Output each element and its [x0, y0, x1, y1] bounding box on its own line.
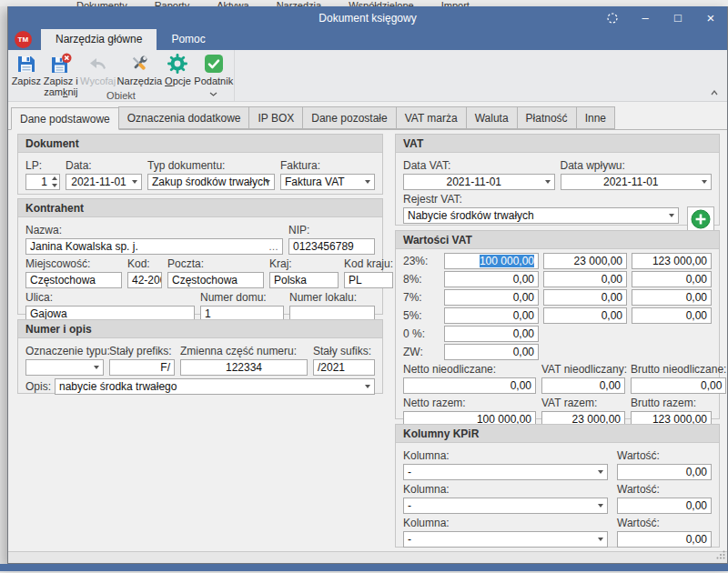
- group-wartosci-vat: Wartości VAT 23%: 100 000,00 23 000,00 1…: [395, 230, 720, 419]
- options-gear-icon: [167, 53, 188, 75]
- kpir-value-field[interactable]: 0,00: [617, 498, 712, 514]
- tools-wrench-icon: [128, 53, 150, 75]
- vat-rate-row: 0 %: 0,00: [403, 326, 712, 342]
- kpir-value-field[interactable]: 0,00: [617, 531, 712, 548]
- group-kontrahent: Kontrahent Nazwa: Janina Kowalska sp. j.…: [17, 198, 383, 315]
- vat-8-net-field[interactable]: 0,00: [444, 271, 539, 287]
- titlebar[interactable]: Dokument księgowy – □ ×: [8, 6, 727, 29]
- tools-button[interactable]: Narzędzia: [116, 52, 162, 86]
- save-button[interactable]: Zapisz: [10, 52, 43, 86]
- postal-code-field[interactable]: 42-200: [127, 272, 162, 288]
- city-field[interactable]: Częstochowa: [25, 272, 122, 288]
- vat-8-gross-field[interactable]: 0,00: [632, 271, 712, 287]
- country-code-field[interactable]: PL: [344, 272, 393, 288]
- ribbon-collapse-button[interactable]: [708, 87, 721, 98]
- group-vat: VAT Data VAT: 2021-11-01 Data wpływu: 20…: [395, 134, 720, 226]
- spinner-arrows-icon[interactable]: [52, 176, 57, 187]
- document-dialog: Dokument księgowy – □ × TM Narzędzia głó…: [7, 6, 728, 564]
- suffix-field[interactable]: /2021: [313, 359, 375, 376]
- tab-oznaczenia-dodatkowe[interactable]: Oznaczenia dodatkowe: [118, 106, 250, 129]
- vat-nondeductible-field[interactable]: 0,00: [541, 377, 625, 394]
- group-header: VAT: [396, 135, 719, 153]
- kpir-value-field[interactable]: 0,00: [617, 464, 712, 480]
- gross-nondeductible-field[interactable]: 0,00: [631, 377, 726, 394]
- dropdown-arrow-icon: [365, 180, 370, 184]
- vat-rate-row: 8%: 0,00 0,00 0,00: [403, 271, 712, 287]
- vat-date-select[interactable]: 2021-11-01: [403, 174, 555, 190]
- vat-rate-row: 5%: 0,00 0,00 0,00: [403, 307, 712, 324]
- undo-button[interactable]: Wycofaj: [79, 52, 116, 86]
- ribbon-tab-help[interactable]: Pomoc: [157, 29, 219, 50]
- tab-dane-pozostale[interactable]: Dane pozostałe: [302, 106, 396, 129]
- dropdown-arrow-icon: [132, 180, 137, 184]
- document-type-select[interactable]: Zakup środków trwałych: [147, 174, 275, 190]
- kpir-row: Kolumna: - Wartość: 0,00: [403, 482, 712, 514]
- ribbon-group-object: Zapisz Zapisz izamknij Wycofaj: [8, 50, 235, 101]
- dropdown-arrow-icon: [669, 214, 674, 217]
- ribbon-tab-row: TM Narzędzia główne Pomoc: [8, 29, 727, 50]
- undo-icon: [87, 53, 109, 75]
- nip-field[interactable]: 0123456789: [288, 238, 375, 255]
- tab-dane-podstawowe[interactable]: Dane podstawowe: [11, 107, 119, 130]
- tab-inne[interactable]: Inne: [576, 106, 615, 129]
- kpir-column-select[interactable]: -: [403, 464, 608, 480]
- dropdown-arrow-icon: [598, 470, 603, 474]
- maximize-button[interactable]: □: [662, 6, 694, 29]
- dropdown-arrow-icon: [94, 366, 99, 369]
- ribbon: Zapisz Zapisz izamknij Wycofaj: [8, 50, 727, 102]
- vat-23-gross-field[interactable]: 123 000,00: [632, 253, 712, 269]
- vat-23-vat-field[interactable]: 23 000,00: [543, 253, 627, 269]
- resize-grip[interactable]: [716, 549, 725, 562]
- page-tabstrip: Dane podstawowe Oznaczenia dodatkowe IP …: [8, 102, 727, 130]
- vat-register-select[interactable]: Nabycie środków trwałych: [403, 207, 679, 224]
- vat-rate-row: ZW: 0,00: [403, 344, 712, 360]
- tab-waluta[interactable]: Waluta: [466, 106, 518, 129]
- group-header: Dokument: [18, 135, 382, 153]
- tab-ip-box[interactable]: IP BOX: [248, 106, 303, 129]
- options-button[interactable]: Opcje: [162, 52, 193, 86]
- country-field[interactable]: Polska: [269, 272, 339, 288]
- lp-spinner[interactable]: 1: [25, 174, 60, 190]
- kpir-column-select[interactable]: -: [403, 531, 608, 548]
- ribbon-group-label: Obiekt: [8, 90, 234, 101]
- group-header: Kolumny KPiR: [396, 425, 719, 443]
- vat-23-net-field[interactable]: 100 000,00: [444, 253, 539, 269]
- ribbon-tab-main[interactable]: Narzędzia główne: [41, 29, 157, 50]
- type-designation-select[interactable]: [25, 359, 104, 376]
- number-variable-field[interactable]: 122334: [180, 359, 308, 376]
- group-kolumny-kpir: Kolumny KPiR Kolumna: - Wartość: 0,00 Ko…: [395, 424, 720, 548]
- vat-0-net-field[interactable]: 0,00: [444, 326, 539, 342]
- vat-5-gross-field[interactable]: 0,00: [632, 307, 712, 324]
- vat-zw-net-field[interactable]: 0,00: [444, 344, 539, 360]
- ellipsis-button[interactable]: …: [268, 242, 278, 251]
- post-office-field[interactable]: Częstochowa: [167, 272, 264, 288]
- group-numer-i-opis: Numer i opis Oznaczenie typu: Stały pref…: [17, 319, 383, 394]
- theme-icon[interactable]: [596, 6, 629, 29]
- group-header: Wartości VAT: [396, 231, 719, 249]
- tab-vat-marza[interactable]: VAT marża: [396, 106, 467, 129]
- prefix-field[interactable]: F/: [109, 359, 175, 376]
- kpir-row: Kolumna: - Wartość: 0,00: [403, 516, 712, 548]
- contractor-name-field[interactable]: Janina Kowalska sp. j. …: [25, 238, 283, 255]
- vat-7-net-field[interactable]: 0,00: [444, 289, 539, 306]
- vat-5-net-field[interactable]: 0,00: [444, 307, 539, 324]
- document-date-select[interactable]: 2021-11-01: [66, 174, 142, 190]
- tab-platnosc[interactable]: Płatność: [517, 106, 577, 129]
- dropdown-arrow-icon: [545, 180, 551, 184]
- vat-8-vat-field[interactable]: 0,00: [543, 271, 627, 287]
- vat-5-vat-field[interactable]: 0,00: [543, 307, 627, 324]
- status-bar: [8, 551, 727, 563]
- net-nondeductible-field[interactable]: 0,00: [403, 377, 536, 394]
- vat-7-vat-field[interactable]: 0,00: [543, 289, 627, 306]
- kpir-column-select[interactable]: -: [403, 498, 608, 514]
- description-combo[interactable]: nabycie środka trwałego: [55, 378, 375, 395]
- save-close-icon: [50, 53, 72, 75]
- vat-7-gross-field[interactable]: 0,00: [632, 289, 712, 306]
- receipt-date-select[interactable]: 2021-11-01: [561, 174, 713, 190]
- minimize-button[interactable]: –: [629, 6, 662, 29]
- invoice-type-select[interactable]: Faktura VAT: [280, 174, 375, 190]
- save-icon: [15, 53, 37, 75]
- app-logo[interactable]: TM: [15, 31, 32, 48]
- background-menubar: Dokumenty Raporty Aktywa Narzędzia Współ…: [0, 0, 728, 6]
- close-button[interactable]: ×: [694, 6, 727, 29]
